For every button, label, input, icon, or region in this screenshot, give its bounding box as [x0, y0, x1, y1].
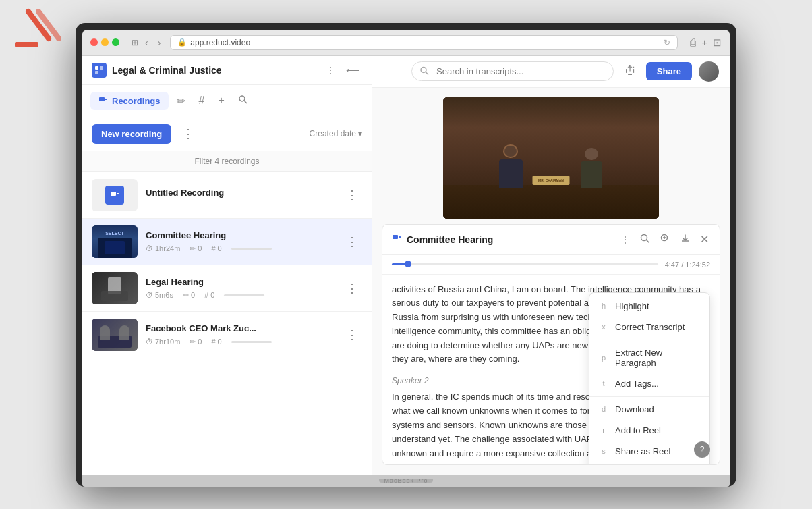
sidebar-header-icons: ⋮ ⟵: [323, 63, 362, 77]
tab-edit[interactable]: ✏: [171, 90, 191, 111]
menu-label-share-reel: Share as Reel: [615, 446, 700, 456]
minimize-window-button[interactable]: [101, 38, 109, 46]
svg-point-12: [421, 67, 426, 72]
committee-thumb: SELECT: [92, 225, 138, 258]
recording-more-button[interactable]: ⋮: [178, 125, 198, 142]
recordings-list: Untitled Recording ⋮ SELECT: [82, 172, 372, 475]
menu-item-extract-paragraph[interactable]: p Extract New Paragraph: [589, 342, 709, 373]
collapse-sidebar-button[interactable]: ⟵: [343, 63, 362, 77]
svg-rect-2: [15, 42, 38, 47]
transcript-icon: [392, 234, 401, 245]
svg-line-13: [426, 72, 428, 74]
facebook-info: Facebook CEO Mark Zuc... ⏱ 7hr10m ✏ 0: [146, 323, 334, 346]
time-total: 1:24:52: [685, 261, 710, 269]
recording-item-untitled[interactable]: Untitled Recording ⋮: [82, 172, 372, 219]
search-input[interactable]: [411, 61, 614, 81]
main-content: ⏱ Share: [372, 56, 730, 475]
committee-meta: ⏱ 1hr24m ✏ 0 # 0: [146, 244, 334, 253]
sidebar-toolbar: New recording ⋮ Created date ▾: [82, 117, 372, 151]
maximize-window-button[interactable]: [112, 38, 119, 46]
recording-item-committee[interactable]: SELECT Committee Hearing ⏱ 1hr24m: [82, 219, 372, 265]
menu-label-correct: Correct Transcript: [615, 322, 700, 332]
laptop-base: MacBook Pro: [82, 475, 730, 487]
sidebar-tabs: Recordings ✏ # +: [82, 85, 372, 117]
clock-icon-fb: ⏱: [146, 338, 153, 346]
transcript-zoom-button[interactable]: [658, 232, 672, 248]
svg-rect-5: [95, 71, 98, 74]
address-bar[interactable]: 🔒 app.reduct.video ↻: [170, 35, 678, 50]
menu-key-correct: x: [599, 323, 608, 331]
tab-add[interactable]: +: [212, 90, 229, 111]
menu-divider-3: [589, 464, 709, 464]
edit-icon-fb: ✏: [190, 338, 196, 346]
laptop-frame: ⊞ ‹ › 🔒 app.reduct.video ↻ ⎙ + ⊡: [76, 23, 736, 487]
new-recording-button[interactable]: New recording: [92, 124, 171, 144]
menu-key-download: d: [599, 405, 608, 413]
recording-item-legal[interactable]: Legal Hearing ⏱ 5m6s ✏ 0: [82, 265, 372, 312]
history-button[interactable]: ⏱: [622, 63, 639, 80]
committee-name: Committee Hearing: [146, 230, 334, 240]
video-player[interactable]: MR. CHAIRMAN: [443, 97, 659, 219]
sidebar: Legal & Criminal Justice ⋮ ⟵ Recordings: [82, 56, 372, 475]
menu-key-reel: r: [599, 426, 608, 434]
untitled-more-button[interactable]: ⋮: [342, 186, 362, 204]
workspace-title: Legal & Criminal Justice: [112, 65, 318, 76]
edit-icon: ✏: [190, 244, 196, 253]
browser-window: ⊞ ‹ › 🔒 app.reduct.video ↻ ⎙ + ⊡: [82, 30, 730, 475]
edit-icon-legal: ✏: [183, 291, 189, 300]
transcript-close-button[interactable]: ✕: [699, 232, 710, 247]
legal-meta: ⏱ 5m6s ✏ 0 # 0: [146, 291, 334, 300]
committee-info: Committee Hearing ⏱ 1hr24m ✏ 0: [146, 230, 334, 253]
facebook-duration: ⏱ 7hr10m: [146, 338, 180, 346]
sort-selector[interactable]: Created date ▾: [310, 129, 362, 138]
menu-item-highlight[interactable]: h Highlight: [589, 296, 709, 317]
search-icon: [419, 65, 429, 77]
svg-rect-6: [99, 97, 105, 101]
menu-item-add-to-reel[interactable]: r Add to Reel: [589, 420, 709, 441]
legal-more-button[interactable]: ⋮: [342, 279, 362, 297]
new-tab-button[interactable]: +: [701, 36, 707, 48]
grid-icon: ⊞: [132, 38, 138, 47]
help-button[interactable]: ?: [694, 441, 710, 458]
facebook-edits: ✏ 0: [190, 338, 202, 346]
menu-item-correct-transcript[interactable]: x Correct Transcript: [589, 317, 709, 338]
facebook-meta: ⏱ 7hr10m ✏ 0 # 0: [146, 338, 334, 346]
transcript-more-button[interactable]: ⋮: [618, 233, 633, 246]
progress-bar-track[interactable]: [392, 263, 658, 265]
committee-duration: ⏱ 1hr24m: [146, 244, 180, 252]
facebook-thumb: [92, 319, 138, 351]
menu-label-tags: Add Tags...: [615, 379, 700, 389]
transcript-search-button[interactable]: [638, 232, 651, 248]
user-avatar[interactable]: [699, 61, 719, 82]
svg-rect-14: [393, 235, 398, 239]
menu-item-add-tags[interactable]: t Add Tags...: [589, 373, 709, 394]
menu-label-highlight: Highlight: [615, 301, 700, 311]
forward-button[interactable]: ›: [155, 36, 164, 49]
menu-item-download[interactable]: d Download: [589, 399, 709, 420]
back-button[interactable]: ‹: [142, 36, 151, 49]
transcript-download-button[interactable]: [678, 232, 692, 248]
macbook-label: MacBook Pro: [384, 477, 428, 484]
committee-more-button[interactable]: ⋮: [342, 233, 362, 250]
workspace-icon: [92, 63, 107, 78]
tab-tags[interactable]: #: [194, 90, 210, 111]
filter-bar: Filter 4 recordings: [82, 151, 372, 172]
untitled-info: Untitled Recording: [146, 188, 334, 202]
sidebar-toggle-button[interactable]: ⊡: [713, 36, 722, 49]
chevron-down-icon: ▾: [358, 129, 362, 138]
tab-search[interactable]: [233, 90, 253, 111]
facebook-more-button[interactable]: ⋮: [342, 326, 362, 344]
browser-titlebar: ⊞ ‹ › 🔒 app.reduct.video ↻ ⎙ + ⊡: [82, 30, 730, 56]
menu-item-share-as-reel[interactable]: s Share as Reel: [589, 441, 709, 462]
tab-recordings[interactable]: Recordings: [90, 92, 169, 110]
close-window-button[interactable]: [90, 38, 98, 46]
recording-item-facebook[interactable]: Facebook CEO Mark Zuc... ⏱ 7hr10m ✏ 0: [82, 312, 372, 358]
refresh-icon[interactable]: ↻: [664, 38, 670, 47]
svg-rect-3: [95, 66, 98, 70]
share-button[interactable]: Share: [646, 62, 692, 80]
facebook-progress-bar: [231, 341, 272, 343]
menu-label-download: Download: [615, 404, 700, 414]
share-browser-button[interactable]: ⎙: [690, 36, 696, 48]
filter-count-text: Filter 4 recordings: [194, 157, 259, 166]
workspace-more-button[interactable]: ⋮: [323, 63, 338, 77]
